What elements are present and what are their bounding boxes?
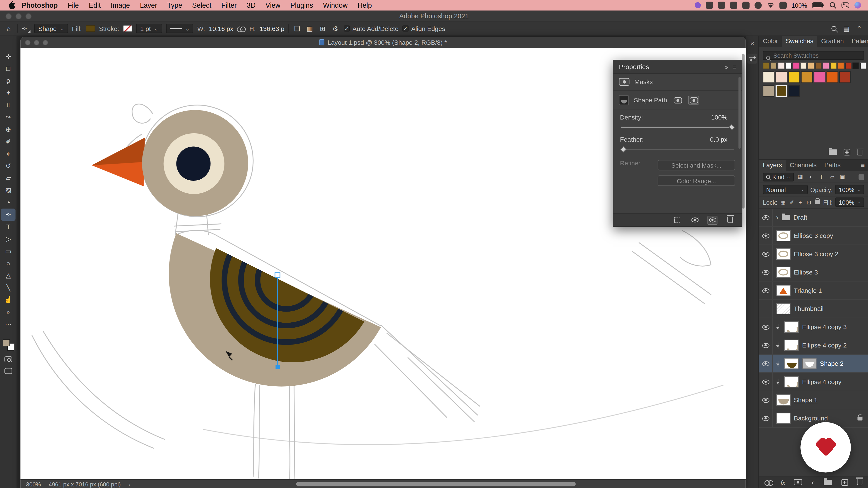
mask-visibility-icon[interactable] (708, 216, 717, 224)
tab-layers[interactable]: Layers (759, 160, 786, 171)
siri-icon[interactable] (854, 2, 862, 9)
tool-mode-select[interactable]: Shape⌄ (34, 24, 68, 33)
new-swatch-icon[interactable] (844, 149, 850, 156)
swatch[interactable] (770, 63, 777, 69)
menu-plugins[interactable]: Plugins (285, 1, 318, 9)
blend-mode-select[interactable]: Normal⌄ (763, 185, 808, 194)
type-tool[interactable]: T (1, 221, 16, 233)
properties-scrollbar[interactable] (739, 77, 741, 149)
layer-row-triangle-1[interactable]: Triangle 1 (759, 282, 868, 300)
tab-gradien[interactable]: Gradien (817, 36, 848, 47)
lock-position-icon[interactable]: + (797, 199, 803, 205)
stroke-style-select[interactable]: ⌄ (166, 24, 193, 33)
swatch[interactable] (830, 63, 836, 69)
layer-visibility-toggle[interactable] (759, 391, 773, 409)
zoom-document-button[interactable] (43, 40, 48, 45)
filter-pixel-layers-icon[interactable]: ▦ (796, 173, 804, 181)
zoom-window-button[interactable] (26, 13, 32, 20)
screen-mode-icon[interactable] (4, 368, 12, 374)
path-alignment-button[interactable]: ▥ (305, 24, 314, 33)
layer-thumbnail[interactable] (776, 413, 790, 424)
layer-visibility-toggle[interactable] (759, 355, 773, 372)
stroke-color-chip[interactable] (123, 25, 132, 32)
tab-pattern[interactable]: Pattern (848, 36, 868, 47)
path-anchor-top[interactable] (275, 273, 280, 278)
properties-menu-icon[interactable]: ≡ (733, 63, 736, 70)
tool-preset-button[interactable]: ✒ (22, 24, 31, 33)
path-selection-tool[interactable]: ▷ (1, 233, 16, 245)
battery-icon[interactable] (812, 2, 825, 9)
layer-filter-toggle[interactable] (859, 174, 864, 180)
edit-toolbar[interactable]: ⋯ (1, 318, 16, 330)
layer-visibility-toggle[interactable] (759, 300, 773, 318)
menu-image[interactable]: Image (106, 1, 135, 9)
notification-icon[interactable] (779, 2, 786, 9)
disable-mask-icon[interactable] (690, 216, 700, 224)
tab-color[interactable]: Color (759, 36, 782, 47)
fill-color-chip[interactable] (86, 25, 95, 32)
swatch[interactable] (788, 71, 800, 83)
lasso-tool[interactable]: ϱ (1, 75, 16, 87)
document-titlebar[interactable]: Layout 1.psd @ 300% (Shape 2, RGB/8) * (21, 37, 746, 48)
app-menu-photoshop[interactable]: Photoshop (17, 1, 63, 9)
layer-thumbnail[interactable] (776, 285, 790, 296)
record-dot-icon[interactable] (694, 2, 701, 9)
pen-options-gear-button[interactable]: ⚙ (331, 24, 340, 33)
history-brush-tool[interactable]: ↺ (1, 160, 16, 172)
opacity-select[interactable]: 100%⌄ (835, 185, 864, 194)
layer-row-thumbnail[interactable]: Thumbnail (759, 300, 868, 318)
minimize-document-button[interactable] (34, 40, 39, 45)
layer-visibility-toggle[interactable] (759, 245, 773, 263)
menu-filter[interactable]: Filter (216, 1, 242, 9)
expand-panels-icon[interactable]: « (750, 39, 754, 47)
swatch[interactable] (785, 63, 792, 69)
swatch[interactable] (839, 71, 851, 83)
delete-layer-icon[interactable] (857, 479, 862, 485)
filter-shape-layers-icon[interactable]: ▱ (828, 173, 836, 181)
status-options-chevron[interactable]: › (128, 481, 130, 487)
swatch[interactable] (778, 63, 784, 69)
add-layer-mask-icon[interactable] (794, 479, 802, 485)
swatch[interactable] (845, 63, 851, 69)
layer-thumbnail[interactable] (776, 230, 790, 241)
add-pixel-mask-button[interactable] (672, 96, 683, 105)
swatch[interactable] (852, 63, 859, 69)
layer-row-ellipse-3-copy[interactable]: Ellipse 3 copy (759, 227, 868, 245)
lock-all-icon[interactable] (815, 200, 820, 204)
layer-visibility-toggle[interactable] (759, 282, 773, 299)
layer-row-shape-2[interactable]: Shape 2 (759, 355, 868, 373)
foreground-background-swatches[interactable] (2, 339, 14, 351)
swatch[interactable] (837, 63, 844, 69)
properties-header[interactable]: Properties » ≡ (613, 60, 742, 74)
layer-row-ellipse-4-copy-2[interactable]: Ellipse 4 copy 2 (759, 336, 868, 355)
swatch[interactable] (814, 71, 825, 83)
swatch[interactable] (763, 63, 769, 69)
adjustment-layer-icon[interactable]: ◐ (811, 479, 815, 486)
close-document-button[interactable] (25, 40, 30, 45)
swatch[interactable] (860, 63, 866, 69)
menu-layer[interactable]: Layer (135, 1, 162, 9)
fill-select[interactable]: 100%⌄ (835, 197, 864, 207)
clone-stamp-tool[interactable]: ⌖ (1, 148, 16, 160)
layer-visibility-toggle[interactable] (759, 410, 773, 427)
swatch[interactable] (793, 63, 799, 69)
feather-value[interactable]: 0.0 px (710, 136, 735, 142)
move-tool[interactable]: ✛ (1, 51, 16, 63)
swatch[interactable] (827, 71, 838, 83)
layer-row-ellipse-4-copy-3[interactable]: Ellipse 4 copy 3 (759, 318, 868, 336)
swatch[interactable] (800, 63, 807, 69)
menu-help[interactable]: Help (352, 1, 377, 9)
gradient-tool[interactable]: ▨ (1, 184, 16, 197)
layer-filter-kind-select[interactable]: Kind⌄ (763, 172, 794, 181)
lock-transparency-icon[interactable]: ▦ (780, 199, 786, 205)
close-window-button[interactable] (5, 13, 11, 20)
collapse-options-icon[interactable]: ⌃ (855, 24, 864, 33)
collapse-properties-icon[interactable]: » (724, 63, 728, 70)
swatch-search-input[interactable] (763, 51, 864, 60)
stroke-width-select[interactable]: 1 pt⌄ (136, 24, 162, 33)
layer-thumbnail[interactable] (776, 267, 790, 278)
layer-thumbnail[interactable] (776, 249, 790, 260)
control-center-icon[interactable] (841, 2, 849, 9)
layer-thumbnail[interactable] (776, 303, 790, 314)
swatch[interactable] (823, 63, 829, 69)
